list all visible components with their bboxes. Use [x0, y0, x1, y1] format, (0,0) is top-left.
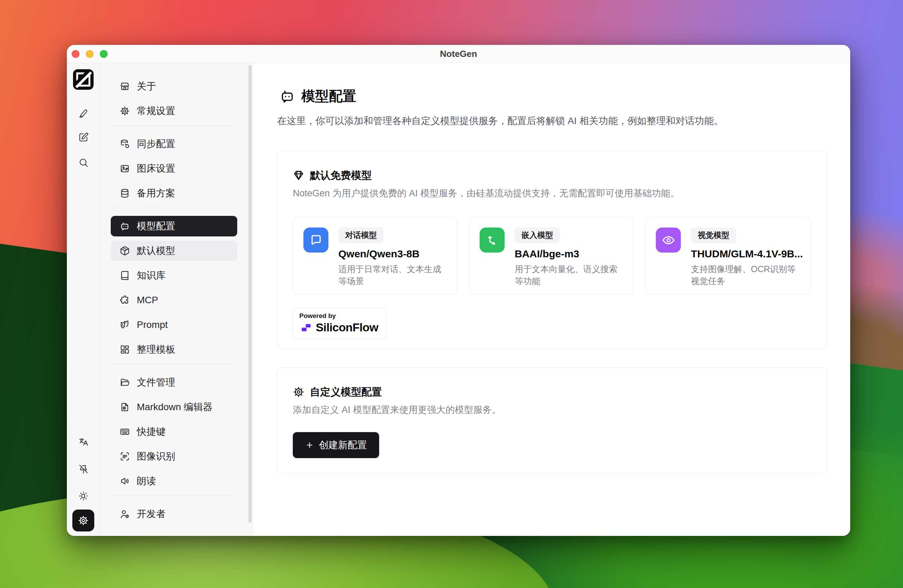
rail-translate-button[interactable] [76, 434, 91, 449]
user-cog-icon [120, 509, 130, 519]
custom-model-description: 添加自定义 AI 模型配置来使用更强大的模型服务。 [293, 403, 812, 416]
model-card-embedding: 嵌入模型 BAAI/bge-m3 用于文本向量化、语义搜索等功能 [469, 217, 634, 295]
sidebar-item-backup-plan[interactable]: 备用方案 [111, 183, 237, 204]
package-icon [120, 246, 130, 256]
sun-moon-icon [78, 491, 89, 501]
sidebar-divider [111, 495, 236, 496]
eye-icon [662, 234, 675, 247]
sidebar-item-label: 关于 [137, 80, 156, 93]
compose-icon [78, 132, 89, 143]
book-icon [120, 270, 130, 281]
model-description: 用于文本向量化、语义搜索等功能 [514, 263, 625, 287]
sidebar-item-label: 知识库 [137, 269, 165, 282]
model-name: BAAI/bge-m3 [514, 248, 625, 260]
sidebar-item-knowledge-base[interactable]: 知识库 [111, 265, 237, 286]
sidebar-item-label: Prompt [137, 319, 168, 330]
sidebar-item-label: 图像识别 [137, 450, 175, 463]
sidebar-item-label: 朗读 [137, 475, 156, 488]
sidebar-item-image-recognition[interactable]: 图像识别 [111, 446, 237, 467]
titlebar[interactable]: NoteGen [67, 45, 850, 63]
sidebar-item-general-settings[interactable]: 常规设置 [111, 101, 237, 121]
rail-write-button[interactable] [76, 105, 91, 120]
sidebar-item-default-model[interactable]: 默认模型 [111, 240, 237, 261]
sidebar-item-file-management[interactable]: 文件管理 [111, 372, 237, 393]
plus-icon [305, 441, 314, 450]
sidebar-item-label: 整理模板 [137, 343, 175, 356]
rail-search-button[interactable] [76, 155, 91, 170]
model-description: 支持图像理解、OCR识别等视觉任务 [691, 263, 803, 287]
sidebar-item-read-aloud[interactable]: 朗读 [111, 471, 237, 491]
keyboard-icon [120, 426, 130, 437]
notegen-logo [73, 69, 94, 90]
sidebar-item-organize-template[interactable]: 整理模板 [111, 339, 237, 360]
chat-model-icon-box [304, 227, 329, 252]
sidebar-item-prompt[interactable]: Prompt [111, 315, 237, 335]
sidebar-item-developer[interactable]: 开发者 [111, 504, 237, 524]
folder-open-icon [120, 377, 130, 387]
axes-icon [485, 234, 499, 247]
sidebar-item-shortcuts[interactable]: 快捷键 [111, 422, 237, 442]
rail-pin-button[interactable] [76, 461, 91, 476]
database-sync-icon [120, 139, 130, 149]
sidebar-item-label: 常规设置 [137, 105, 175, 118]
embedding-model-icon-box [480, 227, 505, 252]
gem-icon [293, 169, 304, 181]
sidebar-item-label: 开发者 [137, 508, 165, 521]
sidebar-item-markdown-editor[interactable]: Markdown 编辑器 [111, 397, 237, 417]
model-card-chat: 对话模型 Qwen/Qwen3-8B 适用于日常对话、文本生成等场景 [293, 217, 457, 295]
custom-model-header: 自定义模型配置 [293, 386, 812, 398]
database-icon [120, 188, 130, 198]
rail-compose-button[interactable] [76, 130, 91, 144]
sidebar-scrollbar[interactable] [249, 65, 252, 523]
image-upload-icon [120, 163, 130, 174]
layout-icon [120, 344, 130, 354]
sidebar-item-mcp[interactable]: MCP [111, 290, 237, 310]
sidebar-item-label: MCP [137, 295, 158, 306]
sidebar-item-sync-config[interactable]: 同步配置 [111, 133, 237, 154]
speaker-icon [120, 476, 130, 486]
vision-model-icon-box [656, 227, 681, 252]
page-description: 在这里，你可以添加和管理各种自定义模型提供服务，配置后将解锁 AI 相关功能，例… [277, 114, 850, 127]
pin-off-icon [78, 464, 89, 474]
model-name: Qwen/Qwen3-8B [338, 248, 449, 260]
sidebar-menu: 关于 常规设置 同步配置 图床设置 [111, 76, 237, 524]
drama-masks-icon [120, 320, 130, 330]
pen-icon [78, 108, 89, 118]
create-config-button[interactable]: 创建新配置 [293, 432, 379, 458]
store-icon [120, 81, 130, 91]
custom-model-card: 自定义模型配置 添加自定义 AI 模型配置来使用更强大的模型服务。 创建新配置 [277, 367, 827, 474]
sidebar-item-label: 文件管理 [137, 376, 175, 389]
rail-settings-button-active[interactable] [72, 510, 94, 532]
model-type-badge: 对话模型 [338, 227, 384, 243]
desktop: NoteGen [0, 0, 903, 588]
gear-icon [293, 386, 304, 398]
bot-icon [120, 221, 130, 231]
create-config-button-label: 创建新配置 [319, 439, 367, 452]
sidebar-divider [111, 364, 236, 364]
sidebar-item-label: 快捷键 [137, 425, 165, 438]
bot-icon [279, 88, 295, 104]
custom-model-title: 自定义模型配置 [310, 385, 382, 399]
sidebar-item-image-hosting[interactable]: 图床设置 [111, 158, 237, 179]
free-models-card: 默认免费模型 NoteGen 为用户提供免费的 AI 模型服务，由硅基流动提供支… [277, 151, 827, 349]
sidebar-item-label: 图床设置 [137, 162, 175, 175]
free-models-header: 默认免费模型 [293, 169, 812, 182]
sidebar-item-label: 默认模型 [137, 244, 175, 257]
model-list: 对话模型 Qwen/Qwen3-8B 适用于日常对话、文本生成等场景 嵌入模型 … [293, 217, 812, 295]
window-title: NoteGen [67, 49, 850, 59]
siliconflow-badge[interactable]: Powered by SiliconFlow [293, 308, 387, 339]
free-models-description: NoteGen 为用户提供免费的 AI 模型服务，由硅基流动提供支持，无需配置即… [293, 187, 812, 200]
sidebar-divider [111, 208, 236, 208]
sidebar-item-about[interactable]: 关于 [111, 76, 237, 97]
rail-theme-button[interactable] [76, 488, 91, 503]
model-type-badge: 嵌入模型 [514, 227, 560, 243]
sidebar-item-model-config[interactable]: 模型配置 [111, 216, 237, 237]
file-cog-icon [120, 402, 130, 412]
settings-sidebar: 关于 常规设置 同步配置 图床设置 [100, 63, 253, 536]
notegen-logo-icon [73, 69, 93, 89]
window-body: 关于 常规设置 同步配置 图床设置 [67, 63, 850, 536]
sidebar-item-label: 模型配置 [137, 220, 175, 233]
model-type-badge: 视觉模型 [691, 227, 736, 243]
model-name: THUDM/GLM-4.1V-9B... [691, 248, 803, 260]
sidebar-divider [111, 125, 236, 126]
